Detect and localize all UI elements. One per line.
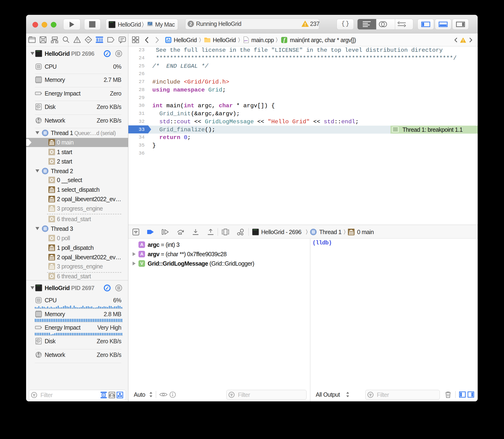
- svg-text:c++: c++: [244, 39, 248, 42]
